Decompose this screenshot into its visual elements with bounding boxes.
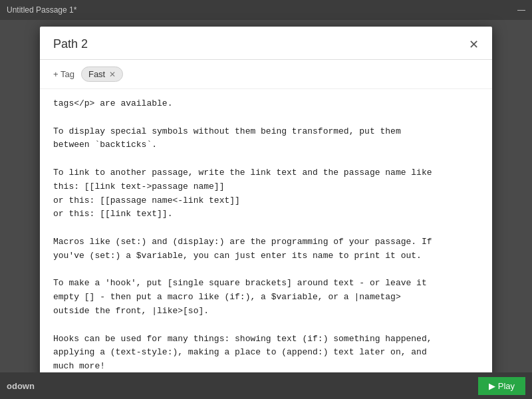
minimize-button[interactable]: — (517, 5, 525, 15)
modal-content: tags</p> are available. To display speci… (40, 89, 492, 379)
bottom-bar-left-label[interactable]: odown (7, 381, 35, 391)
modal-overlay: Path 2 ✕ + Tag Fast ✕ tags</p> are avail… (0, 20, 532, 372)
tag-remove-button[interactable]: ✕ (109, 70, 116, 78)
play-button[interactable]: ▶ Play (478, 377, 525, 395)
modal-title: Path 2 (53, 37, 88, 51)
modal-header: Path 2 ✕ (40, 27, 492, 60)
add-tag-button[interactable]: + Tag (53, 69, 74, 79)
modal-close-button[interactable]: ✕ (469, 39, 479, 51)
bottom-bar: odown ▶ Play (0, 372, 532, 399)
modal-dialog: Path 2 ✕ + Tag Fast ✕ tags</p> are avail… (40, 27, 492, 379)
modal-tags-bar: + Tag Fast ✕ (40, 60, 492, 89)
fast-tag: Fast ✕ (81, 66, 123, 82)
window-title: Untitled Passage 1* (7, 5, 76, 15)
title-bar: Untitled Passage 1* — (0, 0, 532, 20)
modal-body[interactable]: tags</p> are available. To display speci… (40, 89, 492, 379)
tag-label: Fast (88, 69, 105, 79)
